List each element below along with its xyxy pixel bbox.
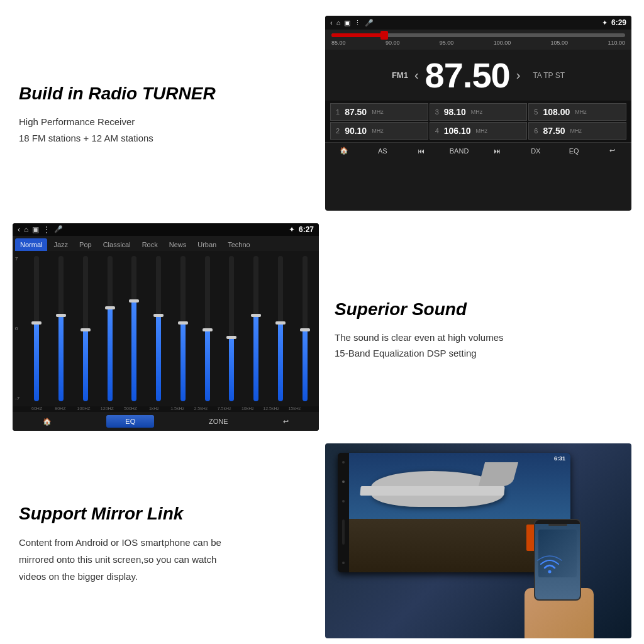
freq-label-95: 95.00	[440, 40, 454, 46]
eq-band-2-5khz[interactable]	[196, 253, 219, 404]
eq-scale-7: 7	[15, 256, 25, 262]
nav-next-btn[interactable]: ⏭	[485, 147, 510, 155]
eq-tab-urban[interactable]: Urban	[192, 238, 221, 251]
preset-num-1: 1	[336, 108, 340, 116]
home-icon[interactable]: ⌂	[336, 19, 341, 26]
sound-title: Superior Sound	[335, 299, 625, 319]
eq-tab-news[interactable]: News	[164, 238, 192, 251]
eq-tab-normal[interactable]: Normal	[15, 238, 47, 251]
eq-band-1khz[interactable]	[147, 253, 170, 404]
eq-freq-15k: 15kHz	[283, 406, 306, 411]
mirror-screen-time: 6:31	[554, 455, 565, 462]
eq-band-500hz[interactable]	[123, 253, 146, 404]
preset-freq-2: 90.10	[345, 126, 367, 136]
eq-band-15khz[interactable]	[293, 253, 316, 404]
preset-mhz-2: MHz	[372, 128, 384, 134]
eq-band-10khz[interactable]	[245, 253, 268, 404]
freq-needle	[380, 31, 388, 40]
page-container: Build in Radio TURNER High Performance R…	[0, 0, 644, 644]
eq-back-icon[interactable]: ‹	[18, 225, 20, 234]
preset-num-2: 2	[336, 127, 340, 135]
phone-speaker	[548, 524, 567, 526]
sound-desc1: The sound is clear even at high volumes	[335, 330, 625, 346]
nav-dx-btn[interactable]: DX	[523, 147, 548, 155]
status-time: 6:29	[611, 18, 626, 27]
radio-desc1: High Performance Receiver	[19, 114, 309, 130]
freq-prev-button[interactable]: ‹	[414, 68, 419, 82]
freq-label-100: 100.00	[494, 40, 511, 46]
eq-freq-labels-row: 60HZ 80HZ 100HZ 120HZ 500HZ 1kHz 1.5kHz …	[13, 406, 319, 412]
eq-status-time: 6:27	[299, 225, 314, 234]
nav-eq-btn[interactable]: EQ	[562, 147, 587, 155]
sound-section-text: Superior Sound The sound is clear even a…	[322, 217, 638, 437]
status-right-icons: ✦ 6:29	[602, 18, 626, 27]
preset-freq-6: 87.50	[543, 126, 565, 136]
eq-tab-rock[interactable]: Rock	[137, 238, 163, 251]
eq-tab-techno[interactable]: Techno	[223, 238, 255, 251]
menu-icon[interactable]: ⋮	[354, 19, 361, 27]
preset-1[interactable]: 1 87.50 MHz	[330, 103, 428, 121]
eq-freq-120: 120HZ	[96, 406, 119, 411]
eq-eq-btn[interactable]: EQ	[106, 415, 154, 428]
eq-home-icon[interactable]: ⌂	[24, 225, 28, 234]
freq-slider-area[interactable]: 85.00 90.00 95.00 100.00 105.00 110.00	[325, 30, 631, 50]
eq-menu-icon[interactable]: ⋮	[43, 225, 50, 234]
nav-home-btn[interactable]: 🏠	[331, 147, 357, 155]
eq-status-bar: ‹ ⌂ ▣ ⋮ 🎤 ✦ 6:27	[13, 223, 319, 236]
eq-tab-classical[interactable]: Classical	[98, 238, 136, 251]
freq-track[interactable]	[331, 33, 625, 37]
preset-2[interactable]: 2 90.10 MHz	[330, 122, 428, 140]
mirror-scene: 6:31	[325, 443, 631, 638]
eq-bands	[25, 253, 316, 404]
eq-home-btn[interactable]: 🏠	[43, 418, 52, 426]
back-icon[interactable]: ‹	[330, 19, 333, 26]
freq-label-90: 90.00	[386, 40, 400, 46]
eq-screen: ‹ ⌂ ▣ ⋮ 🎤 ✦ 6:27 Normal Jazz Pop Classic…	[13, 223, 319, 431]
nav-back-btn[interactable]: ↩	[600, 147, 625, 155]
radio-desc2: 18 FM stations + 12 AM stations	[19, 130, 309, 147]
preset-6[interactable]: 6 87.50 MHz	[528, 122, 626, 140]
preset-mhz-4: MHz	[476, 128, 488, 134]
eq-square-icon[interactable]: ▣	[32, 225, 39, 234]
freq-band-label: FM1	[392, 70, 408, 80]
preset-5[interactable]: 5 108.00 MHz	[528, 103, 626, 121]
eq-screen-section: ‹ ⌂ ▣ ⋮ 🎤 ✦ 6:27 Normal Jazz Pop Classic…	[6, 217, 322, 437]
sound-desc2: 15-Band Equalization DSP setting	[335, 345, 625, 362]
preset-mhz-3: MHz	[471, 109, 483, 115]
unit-vol-control[interactable]	[342, 519, 345, 545]
preset-4[interactable]: 4 106.10 MHz	[430, 122, 528, 140]
freq-main-display: FM1 ‹ 87.50 › TA TP ST	[325, 50, 631, 101]
nav-prev-btn[interactable]: ⏮	[408, 147, 433, 155]
nav-band-btn[interactable]: BAND	[447, 147, 472, 155]
eq-band-80hz[interactable]	[50, 253, 73, 404]
eq-bottom-bar: 🏠 EQ ZONE ↩	[13, 412, 319, 431]
preset-num-3: 3	[435, 108, 439, 116]
eq-tab-pop[interactable]: Pop	[74, 238, 97, 251]
freq-scale-labels: 85.00 90.00 95.00 100.00 105.00 110.00	[331, 40, 625, 46]
radio-status-bar: ‹ ⌂ ▣ ⋮ 🎤 ✦ 6:29	[325, 16, 631, 30]
freq-label-105: 105.00	[551, 40, 569, 46]
eq-band-60hz[interactable]	[25, 253, 48, 404]
eq-bluetooth-icon: ✦	[289, 225, 295, 234]
nav-as-btn[interactable]: AS	[370, 147, 395, 155]
preset-num-6: 6	[534, 127, 538, 135]
freq-next-button[interactable]: ›	[516, 68, 521, 82]
preset-3[interactable]: 3 98.10 MHz	[430, 103, 528, 121]
eq-zone-btn[interactable]: ZONE	[209, 418, 228, 425]
eq-band-1-5khz[interactable]	[172, 253, 195, 404]
eq-band-100hz[interactable]	[74, 253, 97, 404]
eq-tab-jazz[interactable]: Jazz	[48, 238, 73, 251]
eq-back-btn[interactable]: ↩	[283, 418, 289, 426]
eq-band-120hz[interactable]	[98, 253, 121, 404]
eq-freq-100: 100HZ	[72, 406, 96, 411]
wifi-symbol	[537, 554, 562, 579]
presets-grid: 1 87.50 MHz 3 98.10 MHz 5 108.00 MHz 2 9…	[325, 101, 631, 142]
radio-section-text: Build in Radio TURNER High Performance R…	[6, 6, 322, 217]
phone-with-hand	[525, 588, 594, 638]
preset-mhz-5: MHz	[575, 109, 587, 115]
eq-band-7-5khz[interactable]	[220, 253, 243, 404]
preset-freq-4: 106.10	[444, 126, 471, 136]
square-icon[interactable]: ▣	[344, 19, 350, 27]
eq-band-12-5khz[interactable]	[269, 253, 292, 404]
eq-freq-1-5k: 1.5kHz	[166, 406, 189, 411]
